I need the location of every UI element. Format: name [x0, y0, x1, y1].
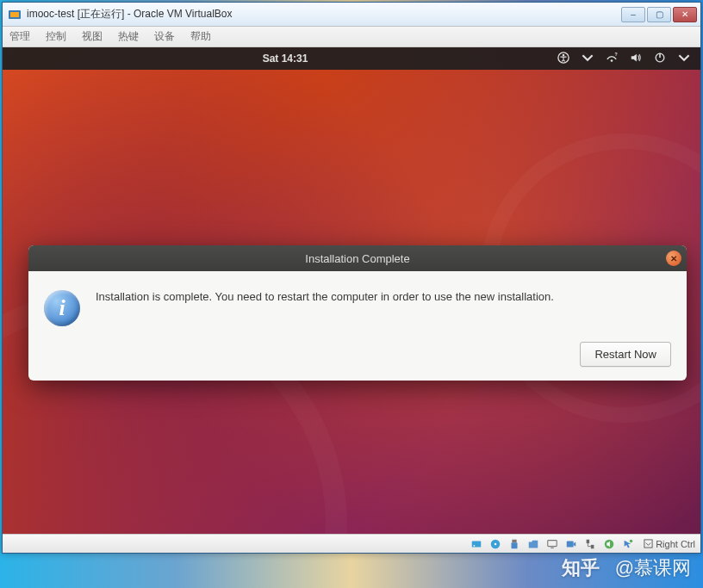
- installation-complete-dialog: Installation Complete ✕ i Installation i…: [28, 245, 687, 381]
- watermark-imooc: @慕课网: [615, 555, 691, 581]
- dialog-titlebar[interactable]: Installation Complete ✕: [28, 245, 687, 271]
- volume-icon[interactable]: [630, 52, 642, 66]
- menu-help[interactable]: 帮助: [190, 29, 211, 44]
- menu-hotkey[interactable]: 热键: [118, 29, 139, 44]
- dialog-message: Installation is complete. You need to re…: [96, 290, 554, 303]
- hard-disk-icon[interactable]: [470, 537, 483, 551]
- menu-manage[interactable]: 管理: [9, 29, 30, 44]
- menu-view[interactable]: 视图: [82, 29, 103, 44]
- network-status-icon[interactable]: [583, 537, 597, 551]
- menubar: 管理 控制 视图 热键 设备 帮助: [3, 27, 700, 47]
- svg-point-9: [474, 544, 476, 546]
- dialog-body: i Installation is complete. You need to …: [28, 271, 687, 342]
- titlebar[interactable]: imooc-test [正在运行] - Oracle VM VirtualBox…: [3, 3, 700, 27]
- svg-rect-14: [548, 540, 557, 546]
- chevron-down-icon[interactable]: [678, 52, 690, 66]
- optical-disk-icon[interactable]: [488, 537, 502, 551]
- host-key-label: Right Ctrl: [656, 539, 695, 549]
- power-icon[interactable]: [654, 52, 666, 66]
- window-title: imooc-test [正在运行] - Oracle VM VirtualBox: [27, 7, 621, 22]
- svg-rect-8: [472, 541, 482, 547]
- network-icon[interactable]: ?: [606, 52, 618, 66]
- window-controls: – ▢ ✕: [621, 7, 697, 22]
- svg-rect-1: [10, 12, 19, 17]
- info-icon: i: [44, 290, 80, 326]
- close-button[interactable]: ✕: [673, 7, 697, 22]
- guest-display[interactable]: Sat 14:31 ?: [3, 47, 700, 534]
- svg-point-4: [611, 59, 613, 62]
- svg-rect-17: [587, 539, 590, 542]
- maximize-button[interactable]: ▢: [647, 7, 671, 22]
- dialog-title-text: Installation Complete: [305, 252, 409, 265]
- display-icon[interactable]: [545, 537, 559, 551]
- svg-point-11: [495, 542, 497, 545]
- menu-control[interactable]: 控制: [46, 29, 66, 44]
- shared-folder-icon[interactable]: [526, 537, 540, 551]
- dialog-actions: Restart Now: [28, 342, 687, 381]
- svg-rect-18: [591, 544, 594, 548]
- clock[interactable]: Sat 14:31: [13, 53, 557, 65]
- watermark: 知乎 @慕课网: [562, 555, 691, 581]
- svg-rect-13: [512, 542, 518, 548]
- chevron-down-icon[interactable]: [582, 52, 594, 66]
- virtualbox-window: imooc-test [正在运行] - Oracle VM VirtualBox…: [2, 2, 701, 554]
- svg-point-20: [630, 539, 633, 542]
- ubuntu-topbar: Sat 14:31 ?: [3, 47, 700, 70]
- menu-devices[interactable]: 设备: [154, 29, 175, 44]
- system-indicators[interactable]: ?: [557, 52, 690, 66]
- recording-icon[interactable]: [564, 537, 578, 551]
- accessibility-icon[interactable]: [557, 52, 569, 66]
- host-key-indicator[interactable]: Right Ctrl: [644, 539, 695, 549]
- dialog-close-button[interactable]: ✕: [666, 251, 681, 266]
- svg-rect-16: [567, 541, 574, 547]
- minimize-button[interactable]: –: [621, 7, 645, 22]
- svg-text:?: ?: [615, 52, 618, 57]
- mouse-integration-icon[interactable]: [621, 537, 635, 551]
- virtualbox-icon: [8, 8, 22, 22]
- svg-point-3: [563, 53, 565, 56]
- usb-icon[interactable]: [507, 537, 521, 551]
- audio-status-icon[interactable]: [602, 537, 616, 551]
- restart-now-button[interactable]: Restart Now: [580, 342, 671, 367]
- svg-rect-21: [644, 540, 652, 548]
- svg-rect-12: [513, 539, 517, 542]
- watermark-zhihu: 知乎: [562, 555, 600, 581]
- virtualbox-statusbar: Right Ctrl: [3, 534, 700, 553]
